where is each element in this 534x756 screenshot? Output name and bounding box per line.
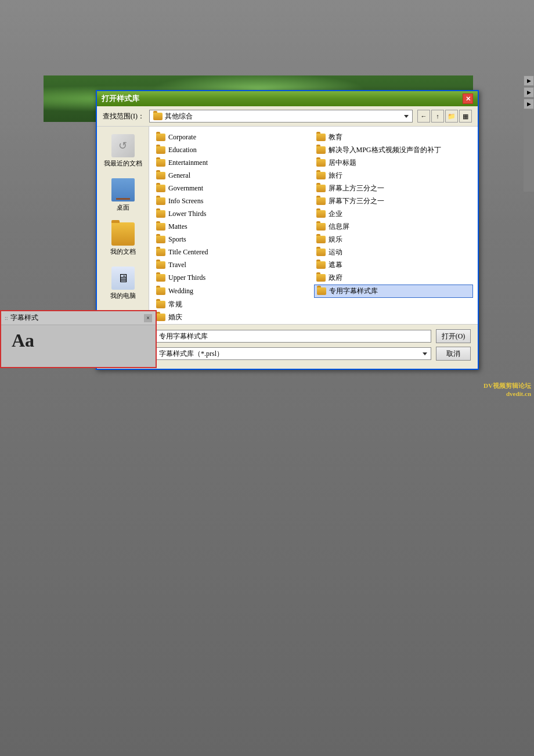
folder-icon [156, 261, 165, 269]
new-folder-button[interactable]: 📁 [445, 110, 458, 123]
folder-icon [156, 223, 165, 231]
dialog-title: 打开样式库 [102, 93, 139, 104]
file-label: 遮幕 [329, 260, 342, 270]
folder-icon [316, 236, 326, 243]
mydocs-icon [111, 222, 135, 246]
folder-icon [316, 197, 326, 205]
char-tab-label: 字幕样式 [10, 313, 38, 323]
sidebar-item-recent[interactable]: 我最近的文档 [102, 132, 144, 170]
sidebar-item-mycomputer[interactable]: 🖥 我的电脑 [109, 265, 138, 302]
filename-input[interactable] [155, 330, 431, 343]
list-item[interactable]: Government [154, 182, 313, 195]
dialog-content: 我最近的文档 桌面 我的文档 🖥 我的电脑 🌐 网上邻居 Corporate教育… [97, 127, 478, 324]
mydocs-label: 我的文档 [110, 247, 136, 256]
list-item[interactable]: 常规 [154, 298, 313, 311]
folder-icon [156, 197, 165, 205]
list-item[interactable]: 企业 [314, 208, 474, 220]
cancel-button[interactable]: 取消 [436, 347, 471, 361]
folder-icon [316, 223, 326, 231]
toolbar-row: 查找范围(I)： 其他综合 ← ↑ 📁 ▦ [97, 106, 478, 127]
open-button[interactable]: 打开(O) [436, 329, 471, 343]
file-list: Corporate教育Education解决导入MPG格式视频没声音的补丁Ent… [149, 127, 478, 324]
right-btn-2[interactable]: ▶ [524, 87, 534, 98]
folder-icon [156, 159, 165, 167]
folder-icon [156, 172, 165, 179]
folder-icon [156, 274, 165, 282]
view-button[interactable]: ▦ [459, 110, 472, 123]
file-label: 教育 [329, 132, 342, 142]
location-dropdown[interactable]: 其他综合 [149, 110, 413, 123]
folder-icon [156, 287, 165, 295]
mycomp-icon: 🖥 [111, 267, 135, 290]
list-item[interactable]: Info Screens [154, 195, 313, 207]
filetype-dropdown[interactable]: 字幕样式库（*.prsl） [155, 347, 431, 360]
filetype-dropdown-arrow-icon [423, 352, 427, 355]
dropdown-arrow-icon [404, 115, 409, 118]
list-item[interactable]: Upper Thirds [154, 272, 313, 284]
list-item[interactable]: Lower Thirds [154, 208, 313, 220]
close-button[interactable]: ✕ [463, 93, 473, 104]
char-tab-content: Aa [1, 325, 156, 356]
right-btn-3[interactable]: ▶ [524, 99, 534, 109]
view-icon: ▦ [463, 113, 468, 120]
folder-icon [316, 185, 326, 192]
back-button[interactable]: ← [417, 110, 430, 123]
recent-icon [111, 134, 135, 157]
sidebar-item-desktop[interactable]: 桌面 [110, 177, 136, 214]
folder-icon [156, 185, 165, 192]
folder-icon [156, 249, 165, 256]
folder-icon [156, 301, 165, 308]
list-item[interactable]: Wedding [154, 285, 313, 298]
file-label: 解决导入MPG格式视频没声音的补丁 [329, 145, 441, 155]
list-item[interactable]: 解决导入MPG格式视频没声音的补丁 [314, 144, 474, 156]
list-item[interactable]: Sports [154, 233, 313, 246]
brand-line1: DV视频剪辑论坛 [484, 381, 531, 390]
list-item[interactable]: 教育 [314, 131, 474, 143]
folder-icon [316, 249, 326, 256]
list-item[interactable]: 遮幕 [314, 259, 474, 271]
up-button[interactable]: ↑ [431, 110, 444, 123]
folder-icon [316, 261, 326, 269]
list-item[interactable]: Title Centered [154, 246, 313, 258]
file-label: Corporate [168, 133, 196, 142]
char-style-tab: :: 字幕样式 × Aa [0, 310, 157, 368]
list-item[interactable]: 婚庆 [154, 311, 313, 323]
list-item[interactable]: 政府 [314, 272, 474, 284]
file-label: Info Screens [168, 197, 203, 206]
list-item[interactable]: 居中标题 [314, 157, 474, 169]
folder-icon [156, 210, 165, 218]
sidebar-item-mydocs[interactable]: 我的文档 [109, 221, 138, 258]
list-item[interactable]: Education [154, 144, 313, 156]
list-item[interactable]: 屏幕上方三分之一 [314, 182, 474, 195]
list-item[interactable]: 旅行 [314, 170, 474, 182]
list-item[interactable]: Travel [154, 259, 313, 271]
list-item[interactable]: Corporate [154, 131, 313, 143]
file-label: Mattes [168, 222, 187, 231]
folder-icon [316, 274, 326, 282]
list-item[interactable]: 运动 [314, 246, 474, 258]
char-tab-close-button[interactable]: × [144, 314, 152, 322]
list-item[interactable]: 专用字幕样式库 [314, 285, 474, 298]
file-label: 企业 [329, 209, 342, 219]
list-item[interactable]: General [154, 170, 313, 182]
list-item[interactable]: 娱乐 [314, 233, 474, 246]
filename-row: 文件名(N)： 打开(O) [104, 329, 471, 343]
list-item[interactable]: 信息屏 [314, 221, 474, 233]
filetype-row: 文件类型(T)： 字幕样式库（*.prsl） 取消 [104, 347, 471, 361]
title-bar: 打开样式库 ✕ [97, 91, 478, 106]
sidebar-icons: 我最近的文档 桌面 我的文档 🖥 我的电脑 🌐 网上邻居 [97, 127, 149, 324]
folder-icon [316, 210, 326, 218]
file-label: 信息屏 [329, 222, 349, 232]
folder-icon [316, 159, 326, 167]
list-item[interactable]: Mattes [154, 221, 313, 233]
tab-dots: :: [5, 315, 8, 321]
file-label: Lower Thirds [168, 210, 206, 218]
folder-icon [317, 287, 326, 295]
file-label: 居中标题 [329, 158, 356, 168]
file-label: 娱乐 [329, 235, 342, 244]
file-label: Title Centered [168, 248, 208, 257]
list-item[interactable]: Entertainment [154, 157, 313, 169]
right-btn-1[interactable]: ▶ [524, 75, 534, 86]
list-item[interactable]: 屏幕下方三分之一 [314, 195, 474, 207]
file-label: 政府 [329, 273, 342, 283]
